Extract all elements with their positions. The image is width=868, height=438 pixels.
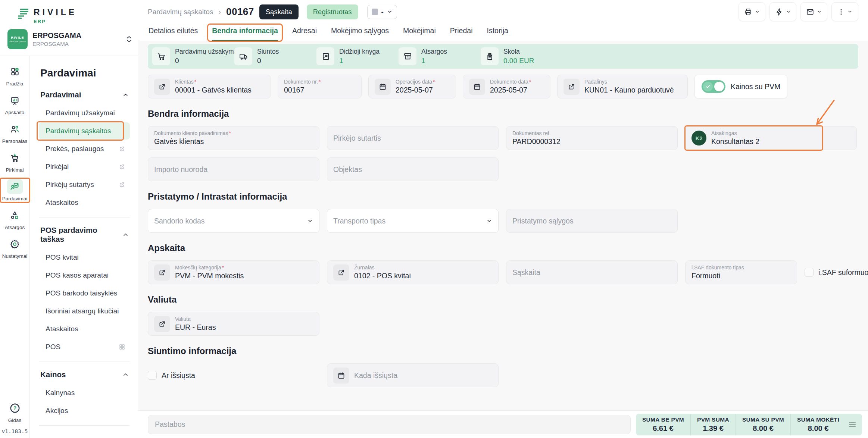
sidebar-item[interactable]: Akcijos: [39, 402, 130, 419]
stat-sales-orders[interactable]: Pardavimų užsakymai0: [152, 47, 234, 65]
brand-bars-icon: [17, 7, 29, 20]
external-link-icon: [154, 265, 170, 281]
saskaita-field[interactable]: Sąskaita: [506, 260, 678, 284]
sidebar-group-header[interactable]: Pardavimai: [40, 90, 128, 99]
rail-item-apskaita[interactable]: Apskaita: [1, 93, 28, 115]
atsakingas-field[interactable]: K2 AtsakingasKonsultantas 2: [685, 126, 857, 150]
pristatymo-salygos-field[interactable]: Pristatymo sąlygos: [506, 209, 678, 233]
more-actions-button[interactable]: [831, 2, 858, 21]
rail-item-pirkimai[interactable]: Pirkimai: [1, 150, 28, 173]
print-button[interactable]: [739, 2, 765, 21]
tab[interactable]: Detalios eilutės: [149, 24, 198, 41]
tab[interactable]: Adresai: [292, 24, 317, 41]
klientas-field[interactable]: Klientas*00001 - Gatvės klientas: [148, 75, 271, 98]
calendar-icon: [333, 367, 349, 384]
dokumentas-ref-field[interactable]: Dokumentas ref.PARD0000312: [506, 126, 678, 150]
sidebar-item[interactable]: Pirkėjų sutartys: [39, 176, 130, 193]
stat-debt[interactable]: Skola0.00 EUR: [481, 47, 563, 65]
rail-item-personalas[interactable]: Personalas: [1, 122, 28, 144]
sidebar-item[interactable]: Išoriniai atsargų likučiai: [39, 303, 130, 320]
tab[interactable]: Priedai: [450, 24, 473, 41]
sidebar-item[interactable]: Pardavimų užsakymai: [39, 104, 130, 122]
sidebar-item[interactable]: Pirkėjai: [39, 158, 130, 175]
chevron-updown-icon: [126, 35, 132, 43]
dokumento-kliento-pavadinimas-field[interactable]: Dokumento kliento pavadinimas*Gatvės kli…: [148, 126, 319, 150]
sidebar-groups: Pardavimai Pardavimų užsakymai: [39, 90, 130, 426]
group-divider: [39, 425, 130, 426]
tag-select[interactable]: -: [367, 5, 397, 19]
question-icon: ?: [7, 401, 23, 416]
zurnalas-field[interactable]: Žurnalas0102 - POS kvitai: [327, 260, 499, 284]
app-window: RIVILE ERP RIVILE ERP pos | demo ERPOSGA…: [0, 0, 868, 438]
rail-item-pradzia[interactable]: Pradžia: [1, 64, 28, 87]
sidebar-group: Kainos Kainynas: [39, 370, 130, 426]
brand-name: RIVILE: [34, 7, 77, 18]
sidebar-group: POS pardavimo taškas POS kvitai: [39, 226, 130, 362]
checkbox-icon: [805, 268, 814, 277]
sidebar-item[interactable]: POS kasos aparatai: [39, 267, 130, 284]
sales-icon: [7, 179, 23, 194]
dokumento-data-field[interactable]: Dokumento data*2025-05-07: [463, 75, 550, 98]
workspace-selector[interactable]: RIVILE ERP pos | demo ERPOSGAMA ERPOSGAM…: [7, 29, 132, 49]
rail-item-atsargos[interactable]: Atsargos: [1, 208, 28, 230]
mail-icon: [806, 8, 814, 16]
tab[interactable]: Mokėjimo sąlygos: [331, 24, 389, 41]
isaf-suformuotas-checkbox[interactable]: i.SAF suformuotas: [805, 268, 868, 277]
tab[interactable]: Istorija: [487, 24, 508, 41]
send-email-button[interactable]: [800, 2, 827, 21]
toggle-on: [702, 80, 725, 93]
group-divider: [39, 217, 130, 218]
sidebar-item[interactable]: POS barkodo taisyklės: [39, 285, 130, 302]
tag-color-swatch: [372, 9, 378, 15]
document-type-badge: Sąskaita: [259, 4, 299, 19]
rail-item-nustatymai[interactable]: Nustatymai: [1, 237, 28, 259]
sidebar-item[interactable]: Ataskaitos: [39, 320, 130, 338]
footer-bar: Pastabos SUMA BE PVM 6.61 € PVM SUMA 1.3…: [138, 410, 868, 438]
nav-rail: Pradžia Apskaita Personalas: [0, 56, 30, 438]
pastabos-input[interactable]: Pastabos: [148, 415, 631, 434]
calendar-icon: [375, 79, 391, 95]
totals-menu-icon[interactable]: [846, 414, 859, 435]
breadcrumb[interactable]: Pardavimų sąskaitos: [148, 8, 213, 16]
operacijos-data-field[interactable]: Operacijos data*2025-05-07: [368, 75, 456, 98]
sidebar-item[interactable]: Kainynas: [39, 384, 130, 401]
objektas-field[interactable]: Objektas: [327, 157, 499, 181]
pirkejo-sutartis-field[interactable]: Pirkėjo sutartis: [327, 126, 499, 150]
stat-general-ledger[interactable]: Didžioji knyga1: [316, 47, 399, 65]
kebab-icon: [837, 8, 845, 16]
check-icon: [703, 82, 713, 91]
actions-button[interactable]: [769, 2, 796, 21]
tab[interactable]: Mokėjimai: [403, 24, 436, 41]
chevron-down-icon: [847, 9, 852, 14]
stat-shipments[interactable]: Siuntos0: [234, 47, 316, 65]
stat-inventory[interactable]: Atsargos1: [399, 47, 481, 65]
importo-nuoroda-field[interactable]: Importo nuoroda: [148, 157, 319, 181]
transporto-tipas-select[interactable]: Transporto tipas: [327, 209, 499, 233]
kada-issiusta-field[interactable]: Kada išsiųsta: [327, 363, 499, 387]
rail-item-pardavimai[interactable]: Pardavimai: [1, 179, 28, 201]
sidebar-item[interactable]: Prekės, paslaugos: [39, 140, 130, 157]
sandorio-kodas-select[interactable]: Sandorio kodas: [148, 209, 319, 233]
sidebar-group-header[interactable]: Kainos: [40, 370, 128, 379]
total-cell: SUMA SU PVM 8.00 €: [736, 414, 791, 435]
mokesciu-kategorija-field[interactable]: Mokesčių kategorija*PVM - PVM mokestis: [148, 260, 319, 284]
checkbox-icon: [148, 371, 157, 380]
external-link-icon: [119, 146, 125, 152]
sidebar-item[interactable]: POS: [39, 338, 130, 356]
kainos-su-pvm-toggle[interactable]: Kainos su PVM: [694, 75, 787, 98]
padalinys-field[interactable]: PadalinysKUN01 - Kauno parduotuvė: [557, 75, 688, 98]
tab[interactable]: Bendra informacija: [212, 24, 278, 41]
dokumento-nr-field[interactable]: Dokumento nr.*00167: [278, 75, 362, 98]
section-siuntimo: Siuntimo informacija Ar išsiųsta Kada iš…: [148, 346, 858, 387]
total-cell: SUMA MOKĖTI 8.00 €: [791, 414, 846, 435]
sidebar-item[interactable]: Pardavimų sąskaitos: [39, 122, 130, 140]
sidebar-item[interactable]: Ataskaitos: [39, 194, 130, 211]
sidebar-item[interactable]: POS kvitai: [39, 249, 130, 266]
isaf-dokumento-tipas-field[interactable]: i.SAF dokumento tipasFormuoti: [685, 260, 797, 284]
sidebar-group-header[interactable]: POS pardavimo taškas: [40, 226, 128, 244]
ar-issiusta-checkbox[interactable]: Ar išsiųsta: [148, 371, 319, 380]
guide-button[interactable]: ? Gidas: [1, 401, 28, 423]
chevron-down-icon: [486, 218, 492, 224]
external-link-icon: [119, 181, 125, 188]
valiuta-field[interactable]: ValiutaEUR - Euras: [148, 312, 319, 336]
